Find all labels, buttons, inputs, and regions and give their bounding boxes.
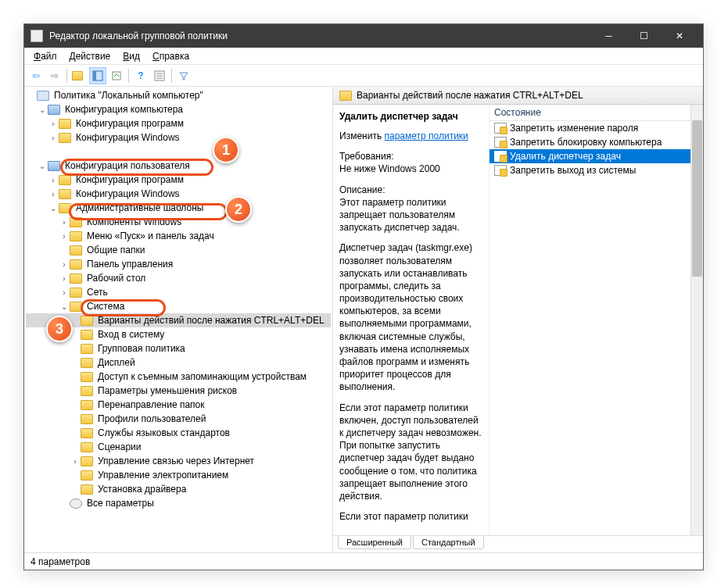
- policy-icon: [494, 151, 507, 162]
- tab-standard[interactable]: Стандартный: [413, 536, 484, 549]
- tree-system[interactable]: ⌄Система: [26, 299, 331, 313]
- menubar: Файл Действие Вид Справка: [24, 48, 703, 65]
- details-header: Варианты действий после нажатия CTRL+ALT…: [333, 87, 703, 105]
- export-button[interactable]: [108, 67, 125, 84]
- tree-item[interactable]: ›Конфигурация программ: [26, 116, 331, 130]
- tree-item[interactable]: ›Панель управления: [26, 257, 331, 271]
- help-button[interactable]: ?: [132, 67, 149, 84]
- tree-item[interactable]: Перенаправление папок: [26, 398, 331, 412]
- expand-icon[interactable]: ›: [48, 120, 59, 128]
- tree-all-settings[interactable]: Все параметры: [26, 496, 331, 510]
- annotation-badge-1: 1: [213, 137, 239, 163]
- svg-rect-1: [93, 71, 96, 80]
- tree-item[interactable]: Дисплей: [26, 356, 331, 370]
- minimize-button[interactable]: ─: [591, 24, 626, 48]
- tab-extended[interactable]: Расширенный: [338, 536, 411, 549]
- tree-root[interactable]: Политика "Локальный компьютер": [26, 88, 331, 102]
- tree-item[interactable]: Установка драйвера: [26, 482, 331, 496]
- expand-icon[interactable]: ›: [59, 260, 70, 269]
- close-button[interactable]: ✕: [662, 24, 697, 48]
- vertical-scrollbar[interactable]: [690, 105, 703, 535]
- filter-button[interactable]: [175, 67, 192, 84]
- view-tabs: Расширенный Стандартный: [333, 535, 703, 552]
- list-item[interactable]: Запретить изменение пароля: [490, 121, 703, 135]
- tree-item[interactable]: ›Сеть: [26, 285, 331, 299]
- expand-icon[interactable]: ⌄: [37, 105, 48, 114]
- tree-panel[interactable]: Политика "Локальный компьютер" ⌄Конфигур…: [24, 87, 333, 552]
- settings-list[interactable]: Состояние Запретить изменение пароля Зап…: [490, 105, 703, 535]
- tree-item[interactable]: ›Меню «Пуск» и панель задач: [26, 229, 331, 243]
- forward-button[interactable]: ⇨: [46, 67, 63, 84]
- tree-item[interactable]: Профили пользователей: [26, 412, 331, 426]
- expand-icon[interactable]: ›: [59, 218, 70, 227]
- tree-item[interactable]: ›Конфигурация программ: [26, 173, 331, 187]
- tree-admin-templates[interactable]: ⌄Административные шаблоны: [26, 201, 331, 215]
- tree-item[interactable]: Управление электропитанием: [26, 468, 331, 482]
- details-panel: Варианты действий после нажатия CTRL+ALT…: [333, 87, 703, 552]
- tree-item[interactable]: ›Конфигурация Windows: [26, 130, 331, 145]
- tree-item[interactable]: Общие папки: [26, 243, 331, 257]
- menu-file[interactable]: Файл: [27, 49, 63, 63]
- edit-policy-link[interactable]: параметр политики: [384, 130, 468, 141]
- tree-item[interactable]: Службы языковых стандартов: [26, 426, 331, 440]
- properties-button[interactable]: [151, 67, 168, 84]
- statusbar: 4 параметров: [24, 552, 703, 570]
- svg-rect-2: [113, 72, 120, 80]
- list-item[interactable]: Запретить выход из системы: [490, 163, 703, 177]
- policy-icon: [494, 123, 507, 134]
- tree-item[interactable]: Параметры уменьшения рисков: [26, 384, 331, 398]
- column-header[interactable]: Состояние: [490, 105, 703, 121]
- back-button[interactable]: ⇦: [27, 67, 45, 84]
- tree-computer-config[interactable]: ⌄Конфигурация компьютера: [26, 102, 331, 116]
- expand-icon[interactable]: ›: [48, 190, 59, 198]
- description-pane[interactable]: Удалить диспетчер задач Изменить парамет…: [333, 105, 490, 535]
- expand-icon[interactable]: ›: [70, 457, 81, 466]
- tree-item[interactable]: ›Конфигурация Windows: [26, 187, 331, 201]
- menu-help[interactable]: Справка: [146, 49, 195, 63]
- details-header-text: Варианты действий после нажатия CTRL+ALT…: [357, 90, 583, 101]
- app-window: Редактор локальной групповой политики ─ …: [23, 23, 704, 570]
- up-button[interactable]: [70, 67, 88, 84]
- list-item[interactable]: Запретить блокировку компьютера: [490, 135, 703, 149]
- content-area: Политика "Локальный компьютер" ⌄Конфигур…: [24, 87, 703, 552]
- tree-item[interactable]: Сценарии: [26, 440, 331, 454]
- policy-icon: [494, 137, 507, 148]
- expand-icon[interactable]: ⌄: [37, 162, 48, 170]
- scrollbar-thumb[interactable]: [692, 120, 702, 277]
- expand-icon[interactable]: ⌄: [48, 204, 59, 213]
- expand-icon[interactable]: ›: [48, 176, 59, 184]
- tree-item[interactable]: ›Рабочий стол: [26, 271, 331, 285]
- tree-item[interactable]: ›Управление связью через Интернет: [26, 454, 331, 468]
- toolbar: ⇦ ⇨ ?: [24, 65, 703, 87]
- policy-title: Удалить диспетчер задач: [339, 111, 482, 122]
- tree-item[interactable]: Групповая политика: [26, 341, 331, 356]
- menu-action[interactable]: Действие: [63, 49, 117, 63]
- annotation-badge-3: 3: [46, 316, 73, 342]
- expand-icon[interactable]: ⌄: [59, 302, 70, 311]
- menu-view[interactable]: Вид: [117, 49, 146, 63]
- expand-icon[interactable]: ›: [59, 232, 70, 241]
- tree-item[interactable]: Доступ к съемным запоминающим устройства…: [26, 370, 331, 384]
- tree-user-config[interactable]: ⌄Конфигурация пользователя: [26, 159, 331, 173]
- tree-item[interactable]: ›Компоненты Windows: [26, 215, 331, 229]
- maximize-button[interactable]: ☐: [626, 24, 662, 48]
- expand-icon[interactable]: ›: [59, 274, 70, 283]
- policy-icon: [494, 165, 507, 176]
- titlebar[interactable]: Редактор локальной групповой политики ─ …: [24, 24, 703, 48]
- window-title: Редактор локальной групповой политики: [49, 30, 591, 41]
- app-icon: [30, 30, 43, 42]
- annotation-badge-2: 2: [225, 196, 252, 223]
- list-item-selected[interactable]: Удалить диспетчер задач: [490, 149, 703, 163]
- expand-icon[interactable]: ›: [48, 134, 59, 142]
- show-tree-button[interactable]: [89, 67, 106, 84]
- status-text: 4 параметров: [30, 556, 90, 567]
- expand-icon[interactable]: ›: [59, 288, 70, 297]
